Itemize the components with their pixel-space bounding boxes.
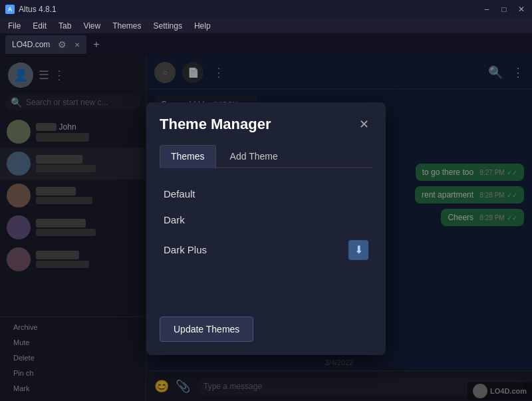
tab-themes[interactable]: Themes bbox=[160, 145, 216, 168]
update-themes-button[interactable]: Update Themes bbox=[160, 317, 253, 342]
window-controls: – □ ✕ bbox=[481, 5, 527, 14]
app-icon: A bbox=[5, 5, 15, 14]
theme-name-dark-plus: Dark Plus bbox=[164, 244, 207, 255]
menu-bar: File Edit Tab View Themes Settings Help bbox=[0, 19, 532, 33]
menu-help[interactable]: Help bbox=[189, 20, 216, 32]
modal-close-button[interactable]: ✕ bbox=[355, 116, 372, 133]
theme-name-default: Default bbox=[164, 188, 196, 200]
modal-title: Theme Manager bbox=[160, 116, 271, 133]
modal-header: Theme Manager ✕ bbox=[160, 116, 372, 133]
menu-edit[interactable]: Edit bbox=[27, 20, 52, 32]
menu-settings[interactable]: Settings bbox=[148, 20, 188, 32]
theme-item-dark[interactable]: Dark bbox=[160, 207, 372, 232]
theme-manager-modal: Theme Manager ✕ Themes Add Theme Default… bbox=[146, 102, 386, 355]
menu-view[interactable]: View bbox=[78, 20, 106, 32]
tab-add-theme[interactable]: Add Theme bbox=[219, 145, 289, 168]
menu-file[interactable]: File bbox=[3, 20, 26, 32]
download-icon: ⬇ bbox=[354, 243, 363, 256]
modal-overlay[interactable]: Theme Manager ✕ Themes Add Theme Default… bbox=[0, 56, 532, 401]
tab-label: LO4D.com bbox=[12, 40, 50, 49]
new-tab-button[interactable]: + bbox=[89, 39, 103, 51]
title-bar: A Altus 4.8.1 – □ ✕ bbox=[0, 0, 532, 19]
close-button[interactable]: ✕ bbox=[516, 5, 527, 14]
theme-item-dark-plus[interactable]: Dark Plus ⬇ bbox=[160, 233, 372, 267]
modal-tabs: Themes Add Theme bbox=[160, 145, 372, 168]
main-area: 👤 ☰ ⋮ 🔍 ████ John . bbox=[0, 56, 532, 401]
menu-tab[interactable]: Tab bbox=[53, 20, 76, 32]
theme-download-button[interactable]: ⬇ bbox=[348, 240, 368, 260]
theme-name-dark: Dark bbox=[164, 214, 185, 225]
theme-item-default[interactable]: Default bbox=[160, 182, 372, 206]
app-title: Altus 4.8.1 bbox=[19, 5, 57, 14]
tab-close-icon[interactable]: ✕ bbox=[74, 41, 80, 49]
tab-lo4d[interactable]: LO4D.com ⚙ ✕ bbox=[5, 35, 86, 54]
theme-list: Default Dark Dark Plus ⬇ bbox=[160, 182, 372, 303]
tab-settings-icon[interactable]: ⚙ bbox=[54, 38, 70, 51]
tab-bar: LO4D.com ⚙ ✕ + bbox=[0, 33, 532, 56]
minimize-button[interactable]: – bbox=[481, 5, 492, 14]
maximize-button[interactable]: □ bbox=[499, 5, 509, 14]
menu-themes[interactable]: Themes bbox=[107, 20, 146, 32]
title-bar-left: A Altus 4.8.1 bbox=[5, 5, 57, 14]
